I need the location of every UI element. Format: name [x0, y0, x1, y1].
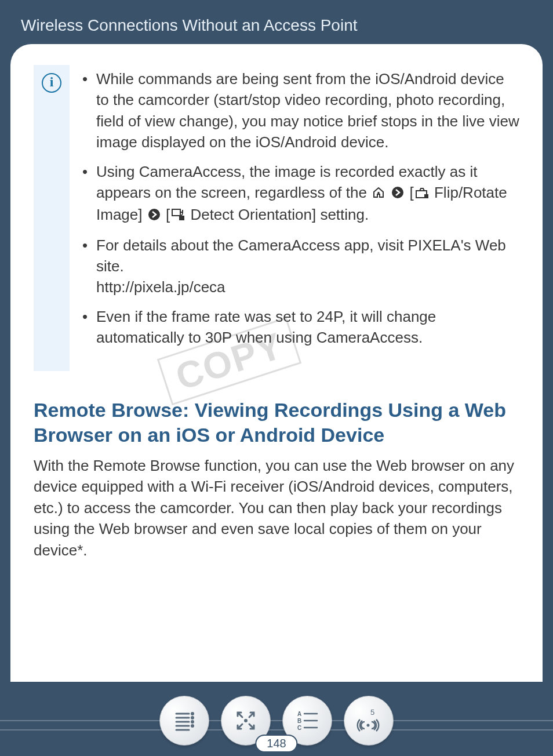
bullet-text: While commands are being sent from the i…: [96, 70, 519, 151]
header-title: Wireless Connections Without an Access P…: [21, 16, 357, 34]
svg-rect-0: [378, 192, 380, 194]
info-bullet: For details about the CameraAccess app, …: [80, 235, 519, 298]
svg-text:A: A: [297, 711, 301, 717]
info-bullet: Using CameraAccess, the image is recorde…: [80, 161, 519, 227]
detect-orientation-label: Detect Orientation: [186, 206, 312, 223]
svg-point-16: [244, 719, 248, 722]
info-bullet-list: While commands are being sent from the i…: [80, 65, 519, 357]
chevron-right-icon: [148, 205, 161, 226]
page-number: 148: [267, 737, 286, 750]
svg-text:B: B: [297, 718, 301, 724]
svg-rect-6: [179, 216, 184, 220]
svg-point-14: [192, 725, 194, 727]
svg-text:C: C: [297, 725, 301, 731]
wifi-button[interactable]: 5: [344, 696, 394, 746]
bullet-text: Even if the frame rate was set to 24P, i…: [96, 308, 436, 346]
svg-rect-3: [424, 194, 428, 198]
section-heading: Remote Browse: Viewing Recordings Using …: [34, 398, 519, 447]
page-card: COPY While commands are being sent from …: [10, 44, 543, 682]
wifi-badge-number: 5: [370, 708, 374, 717]
info-icon-column: [34, 65, 70, 371]
rotate-icon: [171, 205, 185, 226]
svg-point-23: [367, 724, 370, 727]
bullet-text: For details about the CameraAccess app, …: [96, 237, 506, 275]
svg-point-8: [192, 713, 194, 715]
svg-point-1: [392, 187, 403, 198]
page-number-badge: 148: [255, 735, 297, 753]
svg-point-10: [192, 717, 194, 719]
toc-button[interactable]: [159, 696, 209, 746]
pixela-url: http://pixela.jp/ceca: [96, 278, 225, 296]
home-icon: [372, 183, 385, 204]
section-body: With the Remote Browse function, you can…: [34, 455, 519, 561]
info-bullet: While commands are being sent from the i…: [80, 68, 519, 153]
info-box: While commands are being sent from the i…: [34, 65, 519, 371]
chevron-right-icon: [391, 183, 404, 204]
camera-icon: [415, 183, 429, 204]
info-bullet: Even if the frame rate was set to 24P, i…: [80, 306, 519, 348]
bullet-text-post: setting.: [316, 206, 369, 223]
svg-point-12: [192, 721, 194, 723]
svg-rect-5: [172, 209, 180, 216]
svg-point-4: [148, 209, 160, 220]
info-icon: [42, 73, 61, 93]
page-header: Wireless Connections Without an Access P…: [0, 0, 553, 44]
